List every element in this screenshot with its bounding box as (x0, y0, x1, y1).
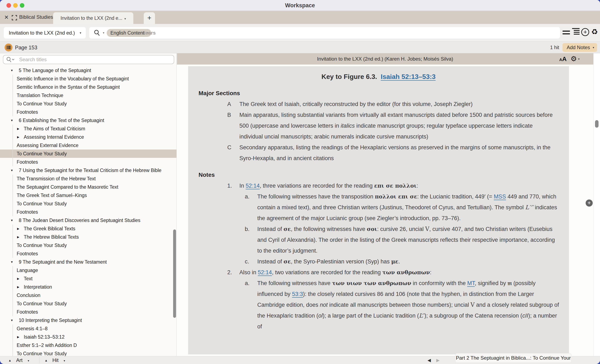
toc-item[interactable]: The Septuagint Compared to the Masoretic… (0, 183, 177, 191)
caret-right-icon[interactable]: ▶ (17, 225, 19, 233)
toc-item[interactable]: The Greek Text of Samuel–Kings (0, 191, 177, 200)
caret-right-icon[interactable]: ▶ (17, 333, 19, 341)
tab-invitation-lxx[interactable]: Invitation to the LXX (2nd e...▾ (53, 12, 133, 24)
toc-item[interactable]: ▶The Greek Biblical Texts (0, 225, 177, 233)
workspace-name[interactable]: Biblical Studies (19, 11, 53, 24)
history-back-button[interactable]: ◀ (428, 356, 431, 364)
caret-right-icon[interactable]: ▶ (17, 283, 19, 291)
content-link[interactable]: 52:14 (246, 183, 260, 189)
caret-right-icon[interactable]: ▶ (17, 233, 19, 241)
toc-item[interactable]: ▼8 The Judean Desert Discoveries and Sep… (0, 216, 177, 225)
list-item: 2.Also in 52:14, two variations are reco… (239, 267, 554, 278)
art-navigator: ▲ Art ▾ (8, 356, 29, 364)
toc-item[interactable]: ▼5 The Language of the Septuagint (0, 66, 177, 74)
caret-right-icon[interactable]: ▶ (17, 274, 19, 283)
expand-icon[interactable] (12, 15, 17, 20)
toc-item[interactable]: To Continue Your Study (0, 241, 177, 249)
new-tab-button[interactable]: + (144, 12, 155, 24)
tree-guide-line (12, 74, 13, 83)
toc-item-label: Text (24, 274, 32, 283)
book-selector[interactable]: Invitation to the LXX (2nd ed.) ▾ (4, 27, 86, 38)
caret-down-icon[interactable]: ▼ (10, 316, 13, 324)
toc-item[interactable]: ▶The Aims of Textual Criticism (0, 125, 177, 133)
toc-search-input[interactable] (3, 55, 174, 64)
toc-item[interactable]: To Continue Your Study (0, 100, 177, 108)
add-notes-button[interactable]: Add Notes ▾ (562, 43, 597, 52)
text-segment: με (391, 258, 399, 265)
toc-item[interactable]: ▶Isaiah 52:13–53:12 (0, 333, 177, 341)
toc-item[interactable]: To Continue Your Study (0, 200, 177, 208)
content-link[interactable]: MSS (494, 193, 506, 200)
toc-item[interactable]: ▼6 Establishing the Text of the Septuagi… (0, 116, 177, 125)
hit-label: Hit (53, 357, 58, 363)
toc-item[interactable]: Translation Technique (0, 91, 177, 100)
toc-item[interactable]: Semitic Influence in the Syntax of the S… (0, 83, 177, 91)
add-pane-icon[interactable]: + (581, 28, 589, 36)
text-size-icon[interactable]: AA (559, 53, 567, 66)
toc-item[interactable]: Footnotes (0, 108, 177, 116)
toc-item[interactable]: Footnotes (0, 308, 177, 316)
toc-item[interactable]: Footnotes (0, 249, 177, 258)
content-link[interactable]: MT (467, 280, 475, 286)
tree-guide-line (12, 149, 13, 158)
text-segment: : (416, 183, 418, 189)
main-scrollbar-track[interactable] (593, 53, 600, 356)
caret-down-icon[interactable]: ▼ (10, 116, 13, 125)
toc-item[interactable]: ▼9 The Septuagint and the New Testament (0, 258, 177, 266)
hit-dropdown-icon[interactable]: ▾ (64, 359, 65, 362)
parallel-panes-icon[interactable] (562, 29, 570, 36)
caret-down-icon[interactable]: ▼ (10, 216, 13, 225)
toc-item[interactable]: Assessing External Evidence (0, 141, 177, 149)
toc-item[interactable]: Footnotes (0, 158, 177, 166)
toc-item[interactable]: ▶Interpretation (0, 283, 177, 291)
toc-item[interactable]: ▼7 Using the Septuagint for the Textual … (0, 166, 177, 174)
toc-item[interactable]: To Continue Your Study (0, 149, 177, 158)
table-of-contents-icon[interactable] (5, 44, 12, 51)
caret-down-icon[interactable]: ▼ (10, 258, 13, 266)
toc-item[interactable]: The Transmission of the Hebrew Text (0, 174, 177, 183)
recycle-icon[interactable]: ♻ (591, 27, 598, 36)
text-segment: των ανθρωπων (382, 269, 430, 275)
toc-item[interactable]: ▶The Hebrew Biblical Texts (0, 233, 177, 241)
art-dropdown-icon[interactable]: ▾ (28, 359, 29, 362)
caret-right-icon[interactable]: ▶ (17, 133, 19, 141)
window-title: Workspace (0, 0, 600, 11)
toc-item[interactable]: Genesis 4:1–8 (0, 324, 177, 333)
content-link[interactable]: 52:14 (258, 269, 272, 275)
toc-item[interactable]: To Continue Your Study (0, 300, 177, 308)
sidebar-scrollbar-thumb[interactable] (173, 229, 176, 318)
toc-item[interactable]: To Continue Your Study (0, 349, 177, 356)
breadcrumb[interactable]: Part 2 The Septuagint in Biblica...: To … (455, 353, 571, 363)
toc-item[interactable]: Esther 5:1–2 with Addition D (0, 341, 177, 349)
toc-item[interactable]: ▶Text (0, 274, 177, 283)
caret-right-icon[interactable]: ▶ (17, 125, 19, 133)
toc-item[interactable]: ▼10 Interpreting the Septuagint (0, 316, 177, 324)
history-forward-button[interactable]: ▶ (436, 356, 440, 364)
content-link[interactable]: Isaiah 52:13–53:3 (381, 73, 436, 80)
toc-item[interactable]: ▶Assessing Internal Evidence (0, 133, 177, 141)
list-item: a.The following witnesses have the trans… (257, 191, 561, 224)
tree-guide-line (12, 225, 13, 233)
toc-item[interactable]: Semitic Influence in the Vocabulary of t… (0, 74, 177, 83)
hit-up-button[interactable]: ▲ (45, 359, 48, 362)
floating-add-button[interactable]: + (586, 200, 593, 207)
close-workspace-icon[interactable]: ✕ (4, 14, 9, 21)
toc-item[interactable]: Conclusion (0, 291, 177, 300)
toc-item-label: The Aims of Textual Criticism (24, 125, 85, 133)
search-field[interactable]: ▾ English Content ▾ tears (89, 27, 560, 38)
main-scrollbar-thumb[interactable] (595, 120, 599, 128)
content-link[interactable]: 53:3 (292, 291, 303, 297)
text-segment: in conformity with the (411, 280, 467, 286)
search-query-text[interactable]: tears (144, 27, 156, 38)
caret-down-icon[interactable]: ▼ (10, 66, 13, 74)
search-options-chevron-icon[interactable]: ▾ (103, 27, 104, 38)
toc-item[interactable]: Footnotes (0, 208, 177, 216)
tree-guide-line (12, 83, 13, 91)
art-up-button[interactable]: ▲ (8, 359, 11, 362)
tree-guide-line (12, 324, 13, 333)
caret-down-icon[interactable]: ▼ (10, 166, 13, 174)
outline-view-icon[interactable] (572, 28, 580, 36)
gear-icon[interactable]: ⚙▾ (571, 53, 580, 64)
tree-guide-line (12, 100, 13, 108)
toc-item[interactable]: Language (0, 266, 177, 274)
